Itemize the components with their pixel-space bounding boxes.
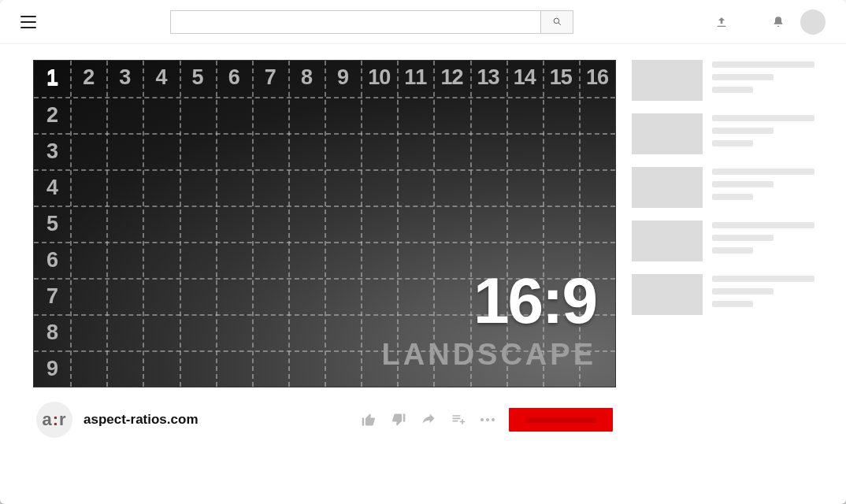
grid-col-number: 9 — [325, 61, 361, 97]
apps-icon[interactable] — [744, 16, 756, 28]
user-avatar[interactable] — [800, 9, 826, 35]
grid-row-number: 5 — [34, 206, 70, 242]
thumbs-down-icon — [391, 412, 406, 428]
dot-icon — [486, 418, 489, 421]
related-video-item[interactable] — [632, 274, 829, 315]
save-button[interactable] — [451, 412, 466, 428]
related-thumbnail — [632, 60, 703, 101]
video-meta-row: a:r aspect-ratios.com — [33, 387, 616, 452]
share-icon — [421, 412, 436, 428]
topbar-right — [715, 9, 826, 35]
grid-col-number: 2 — [70, 61, 106, 97]
related-thumbnail — [632, 167, 703, 208]
playlist-add-icon — [451, 412, 466, 428]
grid-col-number: 4 — [143, 61, 179, 97]
channel-logo-r: r — [59, 410, 67, 430]
grid-col-number: 14 — [506, 61, 543, 97]
grid-col-number: 13 — [470, 61, 506, 97]
aspect-ratio-label: 16:9 — [473, 269, 596, 333]
aspect-ratio-sublabel: LANDSCAPE — [382, 339, 596, 369]
topbar — [0, 0, 846, 44]
grid-row-number: 9 — [34, 350, 70, 387]
related-lines — [712, 60, 829, 101]
related-lines — [712, 220, 829, 261]
channel-avatar[interactable]: a:r — [36, 402, 72, 438]
like-button[interactable] — [361, 412, 377, 428]
dot-icon — [492, 418, 495, 421]
search-button[interactable] — [540, 10, 573, 34]
content: 12345678910111213141516 123456789 16:9 L… — [0, 44, 846, 504]
related-video-item[interactable] — [632, 167, 829, 208]
grid-row-number: 6 — [34, 242, 70, 278]
grid-row-number: 8 — [34, 314, 70, 350]
related-thumbnail — [632, 274, 703, 315]
related-video-item[interactable] — [632, 113, 829, 154]
grid-col-number: 10 — [361, 61, 397, 97]
grid-col-number: 7 — [252, 61, 288, 97]
related-lines — [712, 167, 829, 208]
grid-row-number: 4 — [34, 169, 70, 206]
svg-point-0 — [554, 18, 559, 24]
related-thumbnail — [632, 220, 703, 261]
grid-col-numbers: 12345678910111213141516 — [34, 61, 615, 97]
grid-row-number: 3 — [34, 133, 70, 169]
related-video-item[interactable] — [632, 220, 829, 261]
grid-col-number: 12 — [433, 61, 469, 97]
subscribe-label-placeholder — [525, 417, 596, 423]
app-window: 12345678910111213141516 123456789 16:9 L… — [0, 0, 846, 504]
share-button[interactable] — [421, 412, 436, 428]
dot-icon — [481, 418, 484, 421]
search-wrap — [170, 10, 573, 34]
grid-col-number: 5 — [180, 61, 216, 97]
search-input[interactable] — [170, 10, 540, 34]
related-lines — [712, 274, 829, 315]
more-button[interactable] — [481, 418, 495, 421]
grid-col-number: 8 — [288, 61, 325, 97]
grid-col-number: 16 — [579, 61, 615, 97]
channel-logo-a: a — [42, 410, 52, 430]
svg-line-1 — [558, 23, 560, 25]
menu-icon[interactable] — [20, 16, 36, 28]
video-player[interactable]: 12345678910111213141516 123456789 16:9 L… — [33, 60, 616, 387]
grid-row-number: 2 — [34, 97, 70, 133]
related-video-item[interactable] — [632, 60, 829, 101]
main-column: 12345678910111213141516 123456789 16:9 L… — [33, 60, 616, 504]
subscribe-button[interactable] — [509, 408, 613, 432]
related-sidebar — [632, 60, 829, 504]
channel-name[interactable]: aspect-ratios.com — [83, 412, 199, 428]
grid-col-number: 6 — [216, 61, 252, 97]
search-icon — [552, 17, 562, 27]
thumbs-up-icon — [361, 412, 377, 428]
grid-row-number: 7 — [34, 278, 70, 314]
grid-col-number: 15 — [543, 61, 579, 97]
upload-icon[interactable] — [715, 16, 728, 28]
grid-row-numbers: 123456789 — [34, 61, 70, 387]
grid-col-number: 11 — [397, 61, 433, 97]
bell-icon[interactable] — [772, 15, 785, 29]
dislike-button[interactable] — [391, 412, 406, 428]
related-thumbnail — [632, 113, 703, 154]
related-lines — [712, 113, 829, 154]
channel-logo-colon: : — [53, 410, 59, 430]
video-actions — [361, 408, 613, 432]
grid-col-number: 3 — [106, 61, 143, 97]
grid-row-number: 1 — [34, 61, 70, 97]
